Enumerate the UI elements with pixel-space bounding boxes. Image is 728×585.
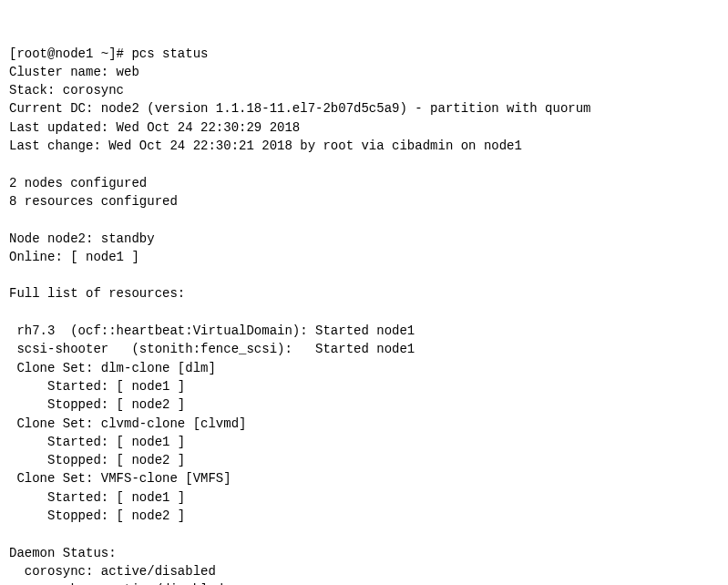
clvmd-started-line: Started: [ node1 ]: [9, 433, 719, 451]
clone-clvmd-line: Clone Set: clvmd-clone [clvmd]: [9, 415, 719, 433]
dlm-started-line: Started: [ node1 ]: [9, 377, 719, 395]
command-text: pcs status: [131, 46, 208, 61]
clone-vmfs-line: Clone Set: VMFS-clone [VMFS]: [9, 469, 719, 488]
blank-line: [9, 155, 719, 173]
nodes-configured-line: 2 nodes configured: [9, 174, 719, 192]
corosync-status-line: corosync: active/disabled: [9, 562, 719, 580]
daemon-status-line: Daemon Status:: [9, 544, 719, 562]
terminal-output[interactable]: [root@node1 ~]# pcs statusCluster name: …: [9, 45, 719, 585]
clone-dlm-line: Clone Set: dlm-clone [dlm]: [9, 359, 719, 377]
vmfs-stopped-line: Stopped: [ node2 ]: [9, 507, 719, 525]
resource-scsi-line: scsi-shooter (stonith:fence_scsi): Start…: [9, 340, 719, 358]
last-change-line: Last change: Wed Oct 24 22:30:21 2018 by…: [9, 137, 719, 155]
blank-line: [9, 303, 719, 322]
blank-line: [9, 525, 719, 543]
clvmd-stopped-line: Stopped: [ node2 ]: [9, 451, 719, 469]
blank-line: [9, 210, 719, 229]
vmfs-started-line: Started: [ node1 ]: [9, 488, 719, 507]
prompt-line-1: [root@node1 ~]# pcs status: [9, 45, 719, 63]
online-line: Online: [ node1 ]: [9, 248, 719, 266]
resources-configured-line: 8 resources configured: [9, 192, 719, 210]
dlm-stopped-line: Stopped: [ node2 ]: [9, 395, 719, 414]
cluster-name-line: Cluster name: web: [9, 63, 719, 81]
stack-line: Stack: corosync: [9, 81, 719, 99]
shell-prompt: [root@node1 ~]#: [9, 46, 131, 61]
full-list-line: Full list of resources:: [9, 284, 719, 303]
last-updated-line: Last updated: Wed Oct 24 22:30:29 2018: [9, 118, 719, 137]
resource-rh73-line: rh7.3 (ocf::heartbeat:VirtualDomain): St…: [9, 322, 719, 340]
pacemaker-status-line: pacemaker: active/disabled: [9, 580, 719, 585]
blank-line: [9, 266, 719, 284]
current-dc-line: Current DC: node2 (version 1.1.18-11.el7…: [9, 99, 719, 118]
node-standby-line: Node node2: standby: [9, 230, 719, 248]
